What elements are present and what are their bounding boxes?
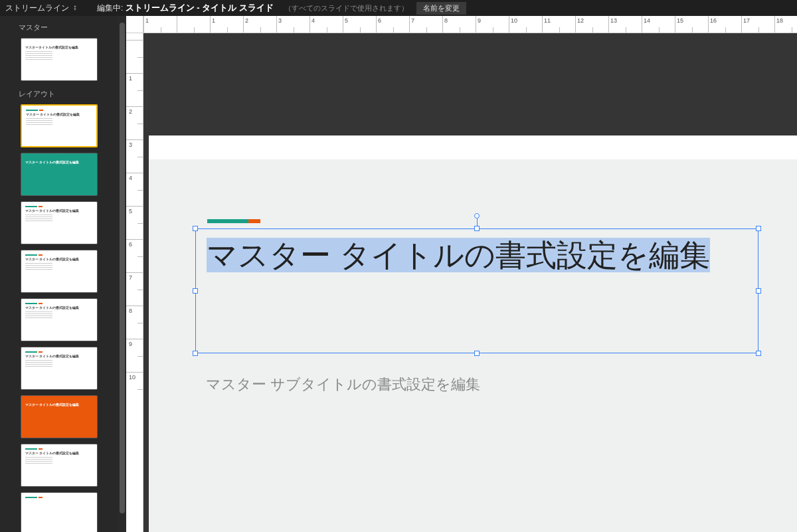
top-bar: ストリームライン ▲▼ 編集中: ストリームライン - タイトル スライド （す…	[0, 0, 797, 16]
sidebar-master-heading: マスター	[0, 21, 118, 35]
resize-handle[interactable]	[474, 226, 480, 231]
layout-thumb[interactable]: マスター タイトルの書式設定を編集	[21, 201, 98, 244]
resize-handle[interactable]	[193, 351, 198, 356]
thumb-title: マスター タイトルの書式設定を編集	[25, 209, 93, 213]
accent-bar	[207, 219, 260, 223]
thumb-title: マスター タイトルの書式設定を編集	[26, 112, 92, 117]
resize-handle[interactable]	[756, 226, 761, 231]
layout-thumb[interactable]: マスター タイトルの書式設定を編集	[21, 395, 98, 438]
ruler-vertical[interactable]: 32112345678910	[126, 33, 143, 532]
thumb-title: マスター タイトルの書式設定を編集	[25, 306, 93, 310]
layout-thumb[interactable]: マスター タイトルの書式設定を編集	[21, 104, 98, 147]
thumb-title: マスター タイトルの書式設定を編集	[25, 160, 93, 165]
layout-thumb[interactable]: マスター タイトルの書式設定を編集	[21, 347, 98, 390]
rotate-handle[interactable]	[474, 213, 480, 219]
layout-thumb[interactable]: マスター タイトルの書式設定を編集	[21, 444, 98, 487]
layout-thumb[interactable]	[21, 492, 98, 532]
theme-selector[interactable]: ストリームライン ▲▼	[0, 3, 90, 14]
updown-icon: ▲▼	[73, 5, 77, 11]
thumb-title: マスター タイトルの書式設定を編集	[25, 451, 93, 456]
subtitle-placeholder[interactable]: マスター サブタイトルの書式設定を編集	[206, 375, 480, 395]
layout-thumb[interactable]: マスター タイトルの書式設定を編集	[21, 298, 98, 341]
editing-label: 編集中: ストリームライン - タイトル スライド	[90, 2, 280, 14]
sidebar-scrollbar[interactable]	[118, 16, 126, 532]
ruler-corner	[126, 16, 143, 33]
thumb-title: マスター タイトルの書式設定を編集	[25, 354, 93, 359]
thumb-title: マスター タイトルの書式設定を編集	[25, 257, 93, 262]
thumb-title: マスタータイトルの書式設定を編集	[25, 45, 93, 50]
editor: 112345678910111213141516171819202122 321…	[126, 16, 797, 532]
thumb-title: マスター タイトルの書式設定を編集	[25, 402, 93, 407]
ruler-horizontal[interactable]: 112345678910111213141516171819202122	[143, 16, 797, 33]
editing-target: ストリームライン - タイトル スライド	[126, 3, 274, 13]
title-text[interactable]: マスター タイトルの書式設定を編集	[207, 236, 747, 276]
canvas[interactable]: マスター タイトルの書式設定を編集 マスター サブタイトルの書式設定を編集 #	[143, 33, 797, 532]
resize-handle[interactable]	[193, 226, 198, 231]
resize-handle[interactable]	[756, 288, 761, 294]
title-placeholder[interactable]: マスター タイトルの書式設定を編集	[195, 228, 758, 353]
resize-handle[interactable]	[756, 351, 761, 356]
theme-name-label: ストリームライン	[5, 3, 69, 14]
sidebar[interactable]: マスター マスタータイトルの書式設定を編集 レイアウト マスター タイトルの書式…	[0, 16, 118, 532]
editing-prefix: 編集中:	[97, 3, 123, 13]
rename-button[interactable]: 名前を変更	[416, 2, 466, 15]
slide[interactable]: マスター タイトルの書式設定を編集 マスター サブタイトルの書式設定を編集 #	[149, 135, 797, 532]
usage-note: （すべてのスライドで使用されます）	[280, 3, 412, 13]
master-thumb[interactable]: マスタータイトルの書式設定を編集	[21, 38, 98, 81]
layout-thumb[interactable]: マスター タイトルの書式設定を編集	[21, 250, 98, 293]
sidebar-layout-heading: レイアウト	[0, 88, 118, 102]
resize-handle[interactable]	[193, 288, 198, 294]
resize-handle[interactable]	[474, 351, 480, 356]
layout-thumb[interactable]: マスター タイトルの書式設定を編集	[21, 153, 98, 196]
